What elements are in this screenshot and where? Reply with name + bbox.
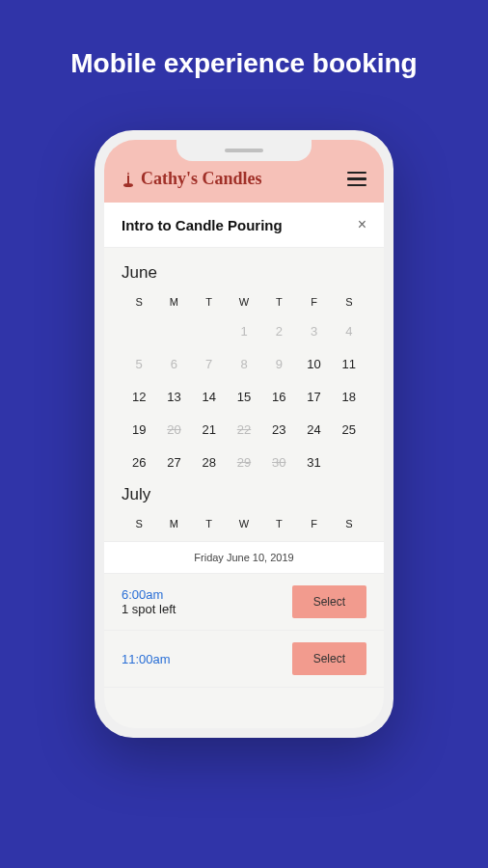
- day-of-week-label: S: [122, 518, 156, 529]
- booking-content: June SMTWTFS 123456789101112131415161718…: [104, 248, 384, 688]
- day-of-week-header: SMTWTFS: [122, 296, 366, 308]
- calendar-june: SMTWTFS 12345678910111213141516171819202…: [122, 296, 366, 474]
- calendar-week: 1234: [122, 319, 366, 342]
- calendar-day[interactable]: 28: [192, 450, 227, 474]
- day-of-week-label: T: [192, 296, 227, 308]
- brand-name: Cathy's Candles: [141, 169, 262, 189]
- calendar-day[interactable]: 18: [332, 385, 366, 408]
- calendar-day[interactable]: 20: [156, 418, 191, 441]
- day-of-week-label: F: [296, 518, 331, 529]
- calendar-day[interactable]: 29: [227, 450, 261, 474]
- calendar-week: 262728293031: [122, 450, 366, 474]
- slot-info: 6:00am1 spot left: [122, 587, 176, 616]
- month-label-june: June: [122, 263, 366, 283]
- calendar-day: [332, 450, 366, 474]
- calendar-week: 12131415161718: [122, 385, 366, 408]
- month-label-july: July: [122, 485, 366, 504]
- time-slot: 11:00amSelect: [104, 631, 384, 688]
- calendar-day[interactable]: 31: [296, 450, 331, 474]
- calendar-day: [122, 319, 156, 342]
- title-bar: Intro to Candle Pouring ×: [104, 203, 384, 248]
- calendar-week: 567891011: [122, 352, 366, 375]
- selected-date-banner: Friday June 10, 2019: [104, 541, 384, 574]
- calendar-july: SMTWTFS: [122, 518, 366, 529]
- calendar-day[interactable]: 15: [227, 385, 261, 408]
- close-icon[interactable]: ×: [358, 216, 366, 233]
- candle-icon: [122, 172, 135, 187]
- day-of-week-label: S: [332, 518, 366, 529]
- calendar-day[interactable]: 19: [122, 418, 156, 441]
- day-of-week-label: M: [156, 518, 191, 529]
- calendar-day[interactable]: 10: [296, 352, 331, 375]
- calendar-day[interactable]: 24: [296, 418, 331, 441]
- calendar-day[interactable]: 22: [227, 418, 261, 441]
- brand-logo[interactable]: Cathy's Candles: [122, 169, 262, 189]
- calendar-day[interactable]: 9: [261, 352, 296, 375]
- phone-notch: [176, 140, 312, 161]
- phone-mockup: Cathy's Candles Intro to Candle Pouring …: [95, 130, 393, 738]
- calendar-day: [192, 319, 227, 342]
- calendar-day[interactable]: 8: [227, 352, 261, 375]
- experience-title: Intro to Candle Pouring: [122, 217, 283, 233]
- calendar-day[interactable]: 3: [296, 319, 331, 342]
- slot-availability: 1 spot left: [122, 602, 176, 616]
- menu-icon[interactable]: [347, 172, 366, 187]
- calendar-day[interactable]: 11: [332, 352, 366, 375]
- day-of-week-label: T: [261, 296, 296, 308]
- calendar-day[interactable]: 5: [122, 352, 156, 375]
- select-button[interactable]: Select: [292, 585, 366, 618]
- calendar-day[interactable]: 12: [122, 385, 156, 408]
- calendar-day: [156, 319, 191, 342]
- svg-rect-1: [127, 176, 129, 185]
- day-of-week-header: SMTWTFS: [122, 518, 366, 529]
- calendar-week: 19202122232425: [122, 418, 366, 441]
- calendar-day[interactable]: 7: [192, 352, 227, 375]
- phone-screen: Cathy's Candles Intro to Candle Pouring …: [104, 140, 384, 728]
- day-of-week-label: M: [156, 296, 191, 308]
- calendar-day[interactable]: 21: [192, 418, 227, 441]
- day-of-week-label: S: [332, 296, 366, 308]
- calendar-day[interactable]: 25: [332, 418, 366, 441]
- page-title: Mobile experience booking: [0, 0, 488, 79]
- calendar-day[interactable]: 4: [332, 319, 366, 342]
- day-of-week-label: T: [261, 518, 296, 529]
- day-of-week-label: F: [296, 296, 331, 308]
- day-of-week-label: W: [227, 296, 261, 308]
- calendar-day[interactable]: 27: [156, 450, 191, 474]
- slot-info: 11:00am: [122, 652, 171, 666]
- calendar-day[interactable]: 23: [261, 418, 296, 441]
- day-of-week-label: W: [227, 518, 261, 529]
- time-slot: 6:00am1 spot leftSelect: [104, 574, 384, 631]
- day-of-week-label: S: [122, 296, 156, 308]
- calendar-day[interactable]: 1: [227, 319, 261, 342]
- day-of-week-label: T: [192, 518, 227, 529]
- calendar-day[interactable]: 16: [261, 385, 296, 408]
- slot-time: 6:00am: [122, 587, 176, 602]
- slot-time: 11:00am: [122, 652, 171, 666]
- calendar-day[interactable]: 6: [156, 352, 191, 375]
- calendar-day[interactable]: 30: [261, 450, 296, 474]
- calendar-day[interactable]: 2: [261, 319, 296, 342]
- calendar-day[interactable]: 17: [296, 385, 331, 408]
- select-button[interactable]: Select: [292, 642, 366, 675]
- calendar-day[interactable]: 13: [156, 385, 191, 408]
- calendar-day[interactable]: 26: [122, 450, 156, 474]
- calendar-day[interactable]: 14: [192, 385, 227, 408]
